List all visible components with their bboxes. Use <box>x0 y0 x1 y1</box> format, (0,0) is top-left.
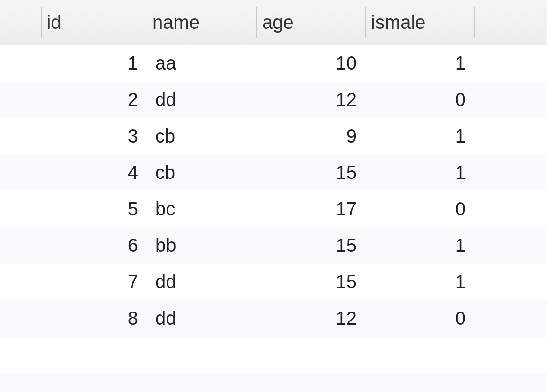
cell-id[interactable]: 4 <box>41 154 147 191</box>
column-header-name[interactable]: name <box>147 0 256 45</box>
cell-id[interactable]: 1 <box>41 45 147 82</box>
cell-name[interactable]: aa <box>147 45 256 82</box>
cell-ismale[interactable]: 1 <box>365 227 474 264</box>
row-gutter[interactable] <box>0 191 41 227</box>
cell-id[interactable]: 7 <box>41 264 147 300</box>
table-row[interactable]: 1 aa 10 1 <box>0 45 547 82</box>
cell-empty <box>147 373 256 392</box>
cell-age[interactable]: 15 <box>256 264 365 300</box>
cell-empty <box>256 337 365 373</box>
cell-age[interactable]: 12 <box>256 81 365 118</box>
column-header-tail <box>474 0 547 45</box>
row-gutter[interactable] <box>0 45 41 82</box>
cell-age[interactable]: 15 <box>256 227 365 264</box>
cell-age[interactable]: 12 <box>256 300 365 337</box>
cell-age[interactable]: 10 <box>256 45 365 82</box>
cell-id[interactable]: 5 <box>41 191 147 227</box>
table-row[interactable]: 8 dd 12 0 <box>0 300 547 337</box>
cell-name[interactable]: bb <box>147 227 256 264</box>
cell-tail <box>474 227 547 264</box>
row-gutter[interactable] <box>0 118 41 154</box>
row-gutter[interactable] <box>0 227 41 264</box>
cell-id[interactable]: 8 <box>41 300 147 337</box>
table-row[interactable]: 2 dd 12 0 <box>0 81 547 118</box>
cell-name[interactable]: dd <box>147 264 256 300</box>
row-gutter <box>0 337 41 373</box>
cell-tail <box>474 118 547 154</box>
cell-id[interactable]: 6 <box>41 227 147 264</box>
cell-empty <box>256 373 365 392</box>
table-body: 1 aa 10 1 2 dd 12 0 3 cb 9 1 <box>0 45 547 392</box>
table-row-empty <box>0 373 547 392</box>
row-gutter <box>0 373 41 392</box>
table-row[interactable]: 6 bb 15 1 <box>0 227 547 264</box>
cell-empty <box>41 337 147 373</box>
cell-empty <box>365 373 474 392</box>
cell-empty <box>474 337 547 373</box>
cell-name[interactable]: dd <box>147 300 256 337</box>
cell-tail <box>474 45 547 82</box>
cell-tail <box>474 154 547 191</box>
cell-empty <box>365 337 474 373</box>
table-header: id name age ismale <box>0 0 547 45</box>
cell-tail <box>474 300 547 337</box>
table-row[interactable]: 7 dd 15 1 <box>0 264 547 300</box>
cell-empty <box>474 373 547 392</box>
cell-name[interactable]: dd <box>147 81 256 118</box>
cell-name[interactable]: cb <box>147 118 256 154</box>
row-number-header[interactable] <box>0 0 41 45</box>
column-header-id[interactable]: id <box>41 0 147 45</box>
cell-tail <box>474 81 547 118</box>
table-row[interactable]: 3 cb 9 1 <box>0 118 547 154</box>
cell-tail <box>474 264 547 300</box>
row-gutter[interactable] <box>0 154 41 191</box>
cell-ismale[interactable]: 1 <box>365 264 474 300</box>
row-gutter[interactable] <box>0 264 41 300</box>
column-header-age[interactable]: age <box>256 0 365 45</box>
cell-age[interactable]: 9 <box>256 118 365 154</box>
column-header-ismale[interactable]: ismale <box>365 0 474 45</box>
row-gutter[interactable] <box>0 300 41 337</box>
table-row[interactable]: 4 cb 15 1 <box>0 154 547 191</box>
cell-empty <box>41 373 147 392</box>
cell-name[interactable]: cb <box>147 154 256 191</box>
data-table-container: id name age ismale 1 aa 10 1 2 dd 12 0 <box>0 0 547 392</box>
cell-id[interactable]: 3 <box>41 118 147 154</box>
data-table: id name age ismale 1 aa 10 1 2 dd 12 0 <box>0 0 547 392</box>
cell-id[interactable]: 2 <box>41 81 147 118</box>
cell-tail <box>474 191 547 227</box>
table-row[interactable]: 5 bc 17 0 <box>0 191 547 227</box>
cell-ismale[interactable]: 1 <box>365 154 474 191</box>
cell-name[interactable]: bc <box>147 191 256 227</box>
cell-ismale[interactable]: 0 <box>365 81 474 118</box>
cell-empty <box>147 337 256 373</box>
cell-age[interactable]: 15 <box>256 154 365 191</box>
cell-ismale[interactable]: 0 <box>365 191 474 227</box>
cell-age[interactable]: 17 <box>256 191 365 227</box>
table-row-empty <box>0 337 547 373</box>
row-gutter[interactable] <box>0 81 41 118</box>
cell-ismale[interactable]: 1 <box>365 118 474 154</box>
cell-ismale[interactable]: 1 <box>365 45 474 82</box>
cell-ismale[interactable]: 0 <box>365 300 474 337</box>
